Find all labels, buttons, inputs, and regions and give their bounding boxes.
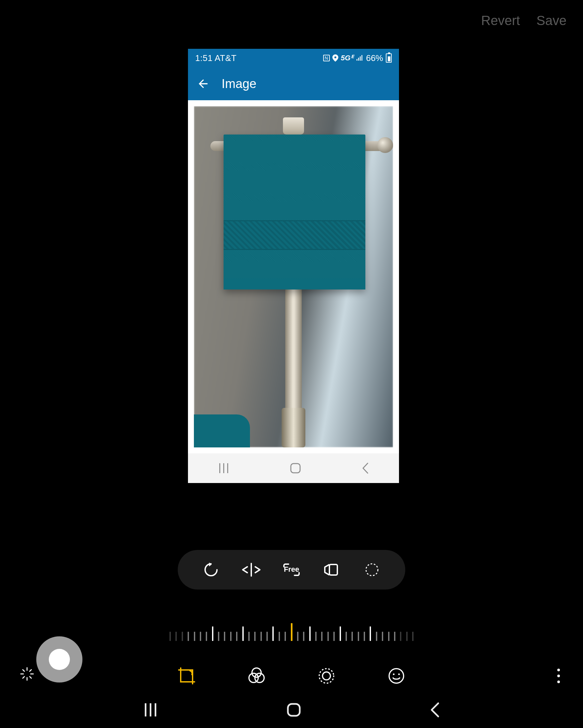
inner-phone-navbar [188,453,399,483]
inner-content-area [188,100,399,453]
aspect-ratio-label: Free [284,565,299,573]
crop-tools-bar: Free [178,550,405,590]
editor-modes-row [0,656,583,696]
filters-mode-icon[interactable] [246,666,267,686]
svg-rect-20 [288,704,300,716]
svg-point-2 [366,564,378,576]
teal-towel [224,134,365,289]
save-button[interactable]: Save [536,13,566,28]
svg-point-19 [398,674,400,675]
rotate-tool-icon[interactable] [201,560,221,580]
straighten-ruler[interactable] [170,620,413,641]
status-right-cluster: N 5Gᴱ 66% [323,53,392,63]
svg-point-17 [389,669,404,683]
editor-top-actions: Revert Save [481,13,566,28]
sys-recents-icon[interactable] [143,703,159,717]
aspect-ratio-tool-icon[interactable]: Free [282,560,301,580]
stickers-mode-icon[interactable] [386,666,407,686]
nfc-icon: N [323,55,330,61]
location-icon [332,54,338,62]
perspective-tool-icon[interactable] [322,560,341,580]
sys-home-icon[interactable] [286,702,302,718]
svg-point-16 [319,669,334,683]
inner-app-bar: Image [188,67,399,100]
battery-percent: 66% [366,53,383,63]
inner-status-bar: 1:51 AT&T N 5Gᴱ 66% [188,49,399,67]
svg-point-15 [323,672,330,680]
inner-home-icon[interactable] [290,463,301,474]
svg-rect-0 [291,464,300,473]
inner-app-title: Image [222,77,257,91]
svg-rect-1 [329,565,337,575]
inner-back-icon[interactable] [361,463,369,474]
svg-point-14 [255,673,264,682]
battery-icon [386,53,392,63]
status-time-carrier: 1:51 AT&T [195,53,236,63]
sys-back-icon[interactable] [429,702,440,718]
back-arrow-icon[interactable] [197,77,210,90]
inner-recents-icon[interactable] [218,463,230,473]
svg-point-18 [393,674,395,675]
shape-mask-tool-icon[interactable] [362,560,382,580]
teal-towel-secondary [194,414,250,447]
flip-tool-icon[interactable] [242,560,261,580]
transform-mode-icon[interactable] [176,666,197,686]
revert-button[interactable]: Revert [481,13,520,28]
svg-point-12 [252,668,261,677]
network-type: 5Gᴱ [341,54,354,62]
edited-image-phone-frame[interactable]: 1:51 AT&T N 5Gᴱ 66% Image [188,49,399,483]
signal-icon [356,55,363,61]
system-navbar [0,692,583,728]
adjust-mode-icon[interactable] [316,666,337,686]
product-image [194,106,393,447]
more-options-icon[interactable] [557,669,560,683]
ruler-center-indicator [291,623,293,641]
